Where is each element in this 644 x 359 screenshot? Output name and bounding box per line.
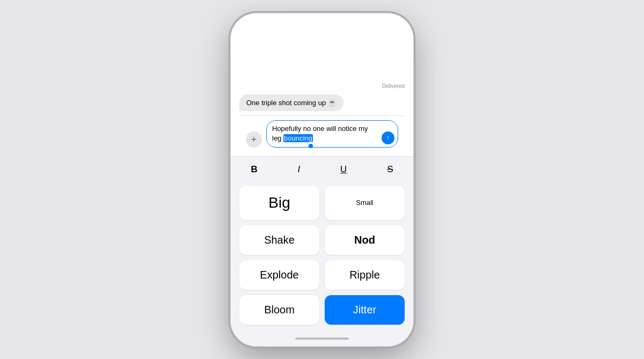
- formatting-toolbar: B I U S: [231, 156, 413, 181]
- delivered-label: Delivered: [239, 83, 405, 89]
- home-bar: [295, 338, 349, 340]
- format-underline-button[interactable]: U: [335, 162, 352, 177]
- effect-ripple-button[interactable]: Ripple: [325, 260, 405, 290]
- effects-grid: Big Small Shake Nod Explode Ripple Bloom…: [231, 181, 413, 333]
- effect-nod-button[interactable]: Nod: [325, 225, 405, 255]
- effect-jitter-button[interactable]: Jitter: [325, 295, 405, 325]
- plus-button[interactable]: +: [246, 131, 262, 148]
- effect-big-button[interactable]: Big: [239, 186, 319, 220]
- format-bold-button[interactable]: B: [245, 162, 262, 177]
- screen: Delivered One triple shot coming up ☕ + …: [231, 13, 413, 346]
- message-bubble-received: One triple shot coming up ☕: [239, 94, 343, 111]
- effect-bloom-button[interactable]: Bloom: [239, 295, 319, 325]
- text-input-wrapper[interactable]: Hopefully no one will notice my leg boun…: [266, 120, 398, 147]
- effect-small-button[interactable]: Small: [325, 186, 405, 220]
- messages-area: Delivered One triple shot coming up ☕ + …: [231, 13, 413, 156]
- text-highlighted: bouncing: [283, 134, 313, 142]
- text-input-content: Hopefully no one will notice my leg boun…: [272, 124, 378, 143]
- home-indicator: [231, 333, 413, 346]
- cursor-dot: [309, 144, 313, 148]
- effect-shake-button[interactable]: Shake: [239, 225, 319, 255]
- send-button[interactable]: ↑: [382, 131, 394, 144]
- phone-frame: Delivered One triple shot coming up ☕ + …: [231, 13, 413, 346]
- effect-explode-button[interactable]: Explode: [239, 260, 319, 290]
- format-italic-button[interactable]: I: [292, 162, 306, 177]
- plus-icon: +: [251, 135, 257, 144]
- send-icon: ↑: [386, 134, 390, 141]
- format-strikethrough-button[interactable]: S: [382, 162, 398, 177]
- input-area: + Hopefully no one will notice my leg bo…: [239, 115, 405, 151]
